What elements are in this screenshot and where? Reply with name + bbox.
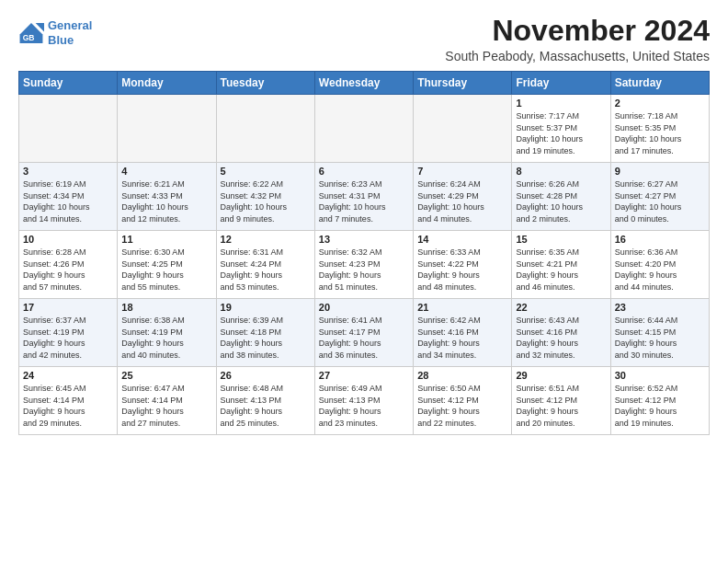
- day-info: Sunrise: 6:42 AM Sunset: 4:16 PM Dayligh…: [417, 315, 507, 361]
- day-info: Sunrise: 6:23 AM Sunset: 4:31 PM Dayligh…: [319, 178, 409, 224]
- day-info: Sunrise: 6:28 AM Sunset: 4:26 PM Dayligh…: [23, 247, 113, 293]
- day-number: 15: [516, 234, 606, 245]
- calendar-cell: 18Sunrise: 6:38 AM Sunset: 4:19 PM Dayli…: [118, 299, 216, 367]
- calendar-cell: 25Sunrise: 6:47 AM Sunset: 4:14 PM Dayli…: [118, 367, 216, 435]
- day-number: 3: [23, 166, 113, 177]
- calendar-cell: 26Sunrise: 6:48 AM Sunset: 4:13 PM Dayli…: [216, 367, 314, 435]
- day-number: 17: [23, 302, 113, 313]
- day-number: 5: [221, 166, 311, 177]
- calendar-cell: 7Sunrise: 6:24 AM Sunset: 4:29 PM Daylig…: [414, 163, 512, 231]
- calendar-header-row: SundayMondayTuesdayWednesdayThursdayFrid…: [19, 72, 710, 95]
- calendar-cell: 2Sunrise: 7:18 AM Sunset: 5:35 PM Daylig…: [610, 95, 709, 163]
- calendar-week-1: 1Sunrise: 7:17 AM Sunset: 5:37 PM Daylig…: [19, 95, 710, 163]
- day-number: 26: [221, 370, 311, 381]
- calendar-cell: 10Sunrise: 6:28 AM Sunset: 4:26 PM Dayli…: [19, 231, 118, 299]
- calendar-week-4: 17Sunrise: 6:37 AM Sunset: 4:19 PM Dayli…: [19, 299, 710, 367]
- day-info: Sunrise: 6:38 AM Sunset: 4:19 PM Dayligh…: [121, 315, 211, 361]
- calendar-cell: 3Sunrise: 6:19 AM Sunset: 4:34 PM Daylig…: [19, 163, 118, 231]
- col-header-saturday: Saturday: [610, 72, 709, 95]
- calendar-week-3: 10Sunrise: 6:28 AM Sunset: 4:26 PM Dayli…: [19, 231, 710, 299]
- col-header-thursday: Thursday: [414, 72, 512, 95]
- page: GB General Blue November 2024 South Peab…: [0, 0, 728, 563]
- day-info: Sunrise: 7:18 AM Sunset: 5:35 PM Dayligh…: [615, 110, 705, 156]
- day-number: 11: [121, 234, 211, 245]
- day-number: 16: [615, 234, 705, 245]
- day-info: Sunrise: 6:32 AM Sunset: 4:23 PM Dayligh…: [319, 247, 409, 293]
- calendar-cell: 16Sunrise: 6:36 AM Sunset: 4:20 PM Dayli…: [610, 231, 709, 299]
- day-info: Sunrise: 6:50 AM Sunset: 4:12 PM Dayligh…: [417, 383, 507, 429]
- col-header-wednesday: Wednesday: [314, 72, 413, 95]
- day-info: Sunrise: 6:48 AM Sunset: 4:13 PM Dayligh…: [221, 383, 311, 429]
- day-info: Sunrise: 6:49 AM Sunset: 4:13 PM Dayligh…: [319, 383, 409, 429]
- col-header-friday: Friday: [512, 72, 610, 95]
- day-number: 9: [615, 166, 705, 177]
- day-info: Sunrise: 6:41 AM Sunset: 4:17 PM Dayligh…: [319, 315, 409, 361]
- day-info: Sunrise: 6:39 AM Sunset: 4:18 PM Dayligh…: [221, 315, 311, 361]
- calendar-cell: [414, 95, 512, 163]
- calendar-cell: 27Sunrise: 6:49 AM Sunset: 4:13 PM Dayli…: [314, 367, 413, 435]
- day-number: 30: [615, 370, 705, 381]
- logo-line2: Blue: [48, 33, 74, 47]
- day-info: Sunrise: 7:17 AM Sunset: 5:37 PM Dayligh…: [516, 110, 606, 156]
- calendar-cell: 15Sunrise: 6:35 AM Sunset: 4:21 PM Dayli…: [512, 231, 610, 299]
- day-info: Sunrise: 6:35 AM Sunset: 4:21 PM Dayligh…: [516, 247, 606, 293]
- calendar-cell: 9Sunrise: 6:27 AM Sunset: 4:27 PM Daylig…: [610, 163, 709, 231]
- calendar-cell: [314, 95, 413, 163]
- col-header-monday: Monday: [118, 72, 216, 95]
- logo-text: General Blue: [48, 18, 92, 47]
- day-number: 10: [23, 234, 113, 245]
- day-info: Sunrise: 6:44 AM Sunset: 4:15 PM Dayligh…: [615, 315, 705, 361]
- calendar-cell: 22Sunrise: 6:43 AM Sunset: 4:16 PM Dayli…: [512, 299, 610, 367]
- calendar-cell: 17Sunrise: 6:37 AM Sunset: 4:19 PM Dayli…: [19, 299, 118, 367]
- col-header-sunday: Sunday: [19, 72, 118, 95]
- calendar-cell: [216, 95, 314, 163]
- svg-text:GB: GB: [23, 32, 35, 41]
- calendar-cell: 8Sunrise: 6:26 AM Sunset: 4:28 PM Daylig…: [512, 163, 610, 231]
- day-number: 7: [417, 166, 507, 177]
- calendar-cell: 24Sunrise: 6:45 AM Sunset: 4:14 PM Dayli…: [19, 367, 118, 435]
- day-info: Sunrise: 6:27 AM Sunset: 4:27 PM Dayligh…: [615, 178, 705, 224]
- day-number: 21: [417, 302, 507, 313]
- day-info: Sunrise: 6:31 AM Sunset: 4:24 PM Dayligh…: [221, 247, 311, 293]
- calendar-cell: 28Sunrise: 6:50 AM Sunset: 4:12 PM Dayli…: [414, 367, 512, 435]
- day-number: 12: [221, 234, 311, 245]
- day-number: 6: [319, 166, 409, 177]
- day-number: 29: [516, 370, 606, 381]
- day-number: 18: [121, 302, 211, 313]
- day-number: 13: [319, 234, 409, 245]
- day-number: 4: [121, 166, 211, 177]
- day-info: Sunrise: 6:37 AM Sunset: 4:19 PM Dayligh…: [23, 315, 113, 361]
- day-number: 24: [23, 370, 113, 381]
- calendar-cell: 23Sunrise: 6:44 AM Sunset: 4:15 PM Dayli…: [610, 299, 709, 367]
- day-number: 22: [516, 302, 606, 313]
- day-info: Sunrise: 6:26 AM Sunset: 4:28 PM Dayligh…: [516, 178, 606, 224]
- day-number: 23: [615, 302, 705, 313]
- day-info: Sunrise: 6:21 AM Sunset: 4:33 PM Dayligh…: [121, 178, 211, 224]
- day-number: 8: [516, 166, 606, 177]
- day-number: 19: [221, 302, 311, 313]
- calendar-cell: 13Sunrise: 6:32 AM Sunset: 4:23 PM Dayli…: [314, 231, 413, 299]
- calendar-week-2: 3Sunrise: 6:19 AM Sunset: 4:34 PM Daylig…: [19, 163, 710, 231]
- day-info: Sunrise: 6:33 AM Sunset: 4:22 PM Dayligh…: [417, 247, 507, 293]
- day-info: Sunrise: 6:24 AM Sunset: 4:29 PM Dayligh…: [417, 178, 507, 224]
- calendar-cell: 21Sunrise: 6:42 AM Sunset: 4:16 PM Dayli…: [414, 299, 512, 367]
- month-title: November 2024: [445, 15, 710, 47]
- calendar-cell: 29Sunrise: 6:51 AM Sunset: 4:12 PM Dayli…: [512, 367, 610, 435]
- calendar-cell: 19Sunrise: 6:39 AM Sunset: 4:18 PM Dayli…: [216, 299, 314, 367]
- day-number: 25: [121, 370, 211, 381]
- day-info: Sunrise: 6:52 AM Sunset: 4:12 PM Dayligh…: [615, 383, 705, 429]
- calendar-cell: 1Sunrise: 7:17 AM Sunset: 5:37 PM Daylig…: [512, 95, 610, 163]
- calendar-cell: 30Sunrise: 6:52 AM Sunset: 4:12 PM Dayli…: [610, 367, 709, 435]
- calendar-cell: 20Sunrise: 6:41 AM Sunset: 4:17 PM Dayli…: [314, 299, 413, 367]
- day-info: Sunrise: 6:36 AM Sunset: 4:20 PM Dayligh…: [615, 247, 705, 293]
- logo: GB General Blue: [18, 18, 92, 47]
- day-info: Sunrise: 6:43 AM Sunset: 4:16 PM Dayligh…: [516, 315, 606, 361]
- title-block: November 2024 South Peabody, Massachuset…: [445, 15, 710, 63]
- calendar-cell: 4Sunrise: 6:21 AM Sunset: 4:33 PM Daylig…: [118, 163, 216, 231]
- day-number: 14: [417, 234, 507, 245]
- day-number: 20: [319, 302, 409, 313]
- day-number: 27: [319, 370, 409, 381]
- day-info: Sunrise: 6:19 AM Sunset: 4:34 PM Dayligh…: [23, 178, 113, 224]
- day-info: Sunrise: 6:45 AM Sunset: 4:14 PM Dayligh…: [23, 383, 113, 429]
- day-info: Sunrise: 6:51 AM Sunset: 4:12 PM Dayligh…: [516, 383, 606, 429]
